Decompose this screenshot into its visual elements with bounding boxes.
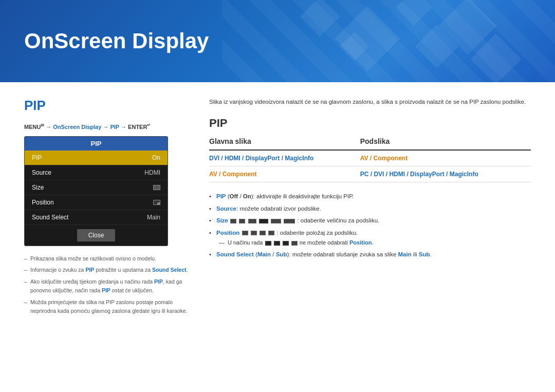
feature-list: PIP (Off / On): aktivirajte ili deaktivi… [209, 192, 531, 259]
bullet-sound-main2: Main [398, 251, 411, 257]
osd-value-sound: Main [147, 214, 160, 221]
bullet-pip: PIP (Off / On): aktivirajte ili deaktivi… [209, 192, 531, 202]
bullet-pip-label: PIP [216, 193, 226, 199]
bullet-source-label: Source [216, 206, 236, 212]
pos-icon-3 [260, 231, 266, 235]
nav-highlight-osd: OnScreen Display [53, 124, 101, 130]
pos-icon-4 [268, 231, 274, 235]
pip-right-title: PIP [209, 117, 531, 130]
note-2-pip: PIP [85, 267, 94, 273]
note-2: Informacije o zvuku za PIP potražite u u… [24, 266, 189, 274]
sub-position-label: Position [349, 239, 372, 246]
bullet-sound-label: Sound Select [216, 251, 254, 257]
pos-icon-1 [242, 231, 248, 235]
osd-menu-box: PIP PIP On Source HDMI Size Position Sou… [24, 136, 168, 246]
table-cell-sub-2: PC / DVI / HDMI / DisplayPort / MagicInf… [360, 166, 531, 182]
size-icon-4 [259, 219, 268, 223]
osd-label-source: Source [32, 169, 51, 176]
nav-highlight-pip: PIP [110, 124, 119, 130]
bullet-sound-main: Main [257, 251, 271, 257]
size-icon-1 [230, 219, 236, 223]
page-title: OnScreen Display [24, 29, 209, 53]
table-header-main: Glavna slika [209, 137, 360, 150]
page-header: OnScreen Display [0, 0, 555, 82]
bullet-source: Source: možete odabrati izvor podslike. [209, 204, 531, 214]
pos-icon [153, 200, 160, 205]
sub-icon-1 [265, 241, 271, 246]
size-icon-3 [248, 219, 256, 223]
note-3-pip: PIP [154, 278, 163, 285]
bullet-size: Size : odaberite veličinu za podsliku. [209, 216, 531, 226]
size-icon [153, 185, 160, 190]
osd-label-size: Size [32, 184, 44, 191]
osd-row-pip: PIP On [25, 151, 168, 165]
position-sub-note: U načinu rada ne možete odabrati Positio… [216, 238, 531, 248]
pip-section-title: PIP [24, 98, 189, 114]
table-header-sub: Podslika [360, 137, 531, 150]
intro-text: Slika iz vanjskog videoizvora nalazit će… [209, 98, 531, 106]
osd-row-source: Source HDMI [25, 165, 168, 180]
header-decoration [272, 0, 529, 82]
note-2-sound: Sound Select [152, 267, 187, 273]
table-cell-sub-1: AV / Component [360, 150, 531, 166]
sub-icon-4 [291, 241, 298, 246]
osd-menu-header: PIP [25, 137, 168, 151]
osd-close-button[interactable]: Close [77, 229, 116, 241]
sub-icon-2 [274, 241, 280, 246]
bullet-size-label: Size [216, 217, 228, 223]
table-cell-main-2: AV / Component [209, 166, 360, 182]
main-content: PIP MENUIII → OnScreen Display → PIP → E… [0, 82, 555, 328]
osd-value-pip: On [152, 154, 160, 161]
note-3-pip2: PIP [102, 287, 110, 293]
notes-section: Prikazana slika može se razlikovati ovis… [24, 254, 189, 315]
osd-row-size: Size [25, 180, 168, 195]
sub-icon-3 [283, 241, 289, 246]
size-icon-6 [284, 219, 295, 223]
bullet-position: Position : odaberite položaj za podsliku… [209, 228, 531, 248]
size-icon-5 [271, 219, 281, 223]
table-row: AV / Component PC / DVI / HDMI / Display… [209, 166, 531, 182]
note-1: Prikazana slika može se razlikovati ovis… [24, 254, 189, 263]
table-row: DVI / HDMI / DisplayPort / MagicInfo AV … [209, 150, 531, 166]
note-4: Možda primjećujete da slika na PIP zaslo… [24, 298, 189, 315]
menu-navigation: MENUIII → OnScreen Display → PIP → ENTER… [24, 123, 189, 130]
pip-table: Glavna slika Podslika DVI / HDMI / Displ… [209, 137, 531, 182]
size-icon-2 [239, 219, 245, 223]
table-cell-main-1: DVI / HDMI / DisplayPort / MagicInfo [209, 150, 360, 166]
osd-label-sound: Sound Select [32, 214, 68, 221]
right-column: Slika iz vanjskog videoizvora nalazit će… [209, 98, 531, 318]
bullet-position-label: Position [216, 230, 239, 236]
note-3: Ako isključite uređaj tijekom gledanja u… [24, 277, 189, 295]
bullet-sound-select: Sound Select (Main / Sub): možete odabra… [209, 250, 531, 260]
osd-value-source: HDMI [144, 169, 160, 176]
pos-icon-2 [251, 231, 257, 235]
bullet-sound-sub2: Sub [419, 251, 430, 257]
bullet-sound-sub: Sub [276, 251, 287, 257]
osd-label-pip: PIP [32, 154, 42, 161]
osd-label-position: Position [32, 199, 54, 206]
osd-row-sound: Sound Select Main [25, 210, 168, 225]
osd-row-position: Position [25, 195, 168, 210]
left-column: PIP MENUIII → OnScreen Display → PIP → E… [24, 98, 189, 318]
